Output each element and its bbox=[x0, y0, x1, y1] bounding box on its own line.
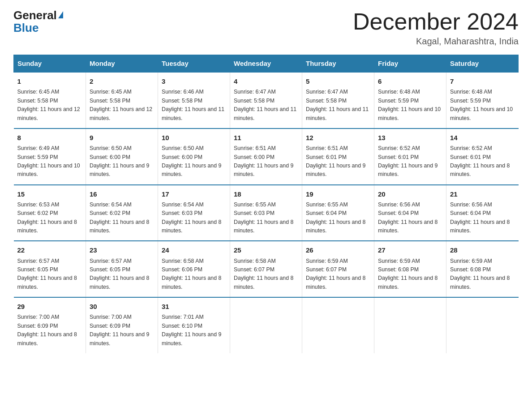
calendar-cell: 3Sunrise: 6:46 AMSunset: 5:58 PMDaylight… bbox=[158, 72, 230, 128]
day-number: 1 bbox=[17, 76, 82, 86]
cell-info: Sunrise: 7:01 AMSunset: 6:10 PMDaylight:… bbox=[162, 314, 221, 346]
day-number: 8 bbox=[17, 133, 82, 143]
cell-info: Sunrise: 6:54 AMSunset: 6:02 PMDaylight:… bbox=[90, 201, 149, 234]
calendar-cell: 24Sunrise: 6:58 AMSunset: 6:06 PMDayligh… bbox=[158, 241, 230, 297]
calendar-header-row: SundayMondayTuesdayWednesdayThursdayFrid… bbox=[14, 55, 519, 73]
day-number: 23 bbox=[90, 245, 154, 255]
calendar-week-row: 8Sunrise: 6:49 AMSunset: 5:59 PMDaylight… bbox=[14, 128, 519, 185]
calendar-cell: 20Sunrise: 6:56 AMSunset: 6:04 PMDayligh… bbox=[374, 185, 446, 241]
logo: General Blue bbox=[13, 9, 63, 35]
calendar-cell: 1Sunrise: 6:45 AMSunset: 5:58 PMDaylight… bbox=[14, 72, 86, 128]
day-number: 18 bbox=[234, 189, 298, 199]
calendar-cell: 2Sunrise: 6:45 AMSunset: 5:58 PMDaylight… bbox=[86, 72, 158, 128]
cell-info: Sunrise: 6:54 AMSunset: 6:03 PMDaylight:… bbox=[162, 201, 221, 234]
day-number: 6 bbox=[378, 76, 442, 86]
title-block: December 2024 Kagal, Maharashtra, India bbox=[353, 9, 519, 47]
location: Kagal, Maharashtra, India bbox=[353, 36, 519, 47]
cell-info: Sunrise: 6:58 AMSunset: 6:06 PMDaylight:… bbox=[162, 258, 221, 290]
calendar-cell: 21Sunrise: 6:56 AMSunset: 6:04 PMDayligh… bbox=[446, 185, 519, 241]
logo-triangle-icon bbox=[58, 11, 63, 18]
calendar-cell: 13Sunrise: 6:52 AMSunset: 6:01 PMDayligh… bbox=[374, 128, 446, 185]
cell-info: Sunrise: 6:45 AMSunset: 5:58 PMDaylight:… bbox=[90, 89, 152, 121]
cell-info: Sunrise: 6:59 AMSunset: 6:08 PMDaylight:… bbox=[378, 258, 438, 290]
calendar-week-row: 1Sunrise: 6:45 AMSunset: 5:58 PMDaylight… bbox=[14, 72, 519, 128]
calendar-cell bbox=[302, 297, 374, 353]
day-number: 20 bbox=[378, 189, 442, 199]
cell-info: Sunrise: 6:45 AMSunset: 5:58 PMDaylight:… bbox=[17, 89, 80, 121]
calendar-cell: 22Sunrise: 6:57 AMSunset: 6:05 PMDayligh… bbox=[14, 241, 86, 297]
calendar-cell: 25Sunrise: 6:58 AMSunset: 6:07 PMDayligh… bbox=[230, 241, 302, 297]
day-number: 28 bbox=[450, 245, 515, 255]
day-number: 25 bbox=[234, 245, 298, 255]
cell-info: Sunrise: 6:56 AMSunset: 6:04 PMDaylight:… bbox=[378, 201, 438, 234]
cell-info: Sunrise: 6:53 AMSunset: 6:02 PMDaylight:… bbox=[17, 201, 77, 234]
calendar-cell: 15Sunrise: 6:53 AMSunset: 6:02 PMDayligh… bbox=[14, 185, 86, 241]
header-wednesday: Wednesday bbox=[230, 55, 302, 73]
day-number: 27 bbox=[378, 245, 442, 255]
header-monday: Monday bbox=[86, 55, 158, 73]
header-tuesday: Tuesday bbox=[158, 55, 230, 73]
calendar-cell: 12Sunrise: 6:51 AMSunset: 6:01 PMDayligh… bbox=[302, 128, 374, 185]
calendar-cell: 10Sunrise: 6:50 AMSunset: 6:00 PMDayligh… bbox=[158, 128, 230, 185]
cell-info: Sunrise: 6:58 AMSunset: 6:07 PMDaylight:… bbox=[234, 258, 293, 290]
cell-info: Sunrise: 6:52 AMSunset: 6:01 PMDaylight:… bbox=[450, 145, 510, 177]
cell-info: Sunrise: 7:00 AMSunset: 6:09 PMDaylight:… bbox=[90, 314, 149, 346]
day-number: 17 bbox=[162, 189, 226, 199]
calendar-cell: 19Sunrise: 6:55 AMSunset: 6:04 PMDayligh… bbox=[302, 185, 374, 241]
cell-info: Sunrise: 6:48 AMSunset: 5:59 PMDaylight:… bbox=[450, 89, 513, 121]
calendar-cell bbox=[230, 297, 302, 353]
day-number: 12 bbox=[306, 133, 370, 143]
day-number: 5 bbox=[306, 76, 370, 86]
cell-info: Sunrise: 6:47 AMSunset: 5:58 PMDaylight:… bbox=[306, 89, 369, 121]
day-number: 21 bbox=[450, 189, 515, 199]
day-number: 13 bbox=[378, 133, 442, 143]
calendar-table: SundayMondayTuesdayWednesdayThursdayFrid… bbox=[13, 55, 519, 353]
cell-info: Sunrise: 6:51 AMSunset: 6:01 PMDaylight:… bbox=[306, 145, 365, 177]
calendar-cell: 9Sunrise: 6:50 AMSunset: 6:00 PMDaylight… bbox=[86, 128, 158, 185]
cell-info: Sunrise: 6:51 AMSunset: 6:00 PMDaylight:… bbox=[234, 145, 293, 177]
day-number: 29 bbox=[17, 301, 82, 312]
header-saturday: Saturday bbox=[446, 55, 519, 73]
day-number: 3 bbox=[162, 76, 226, 86]
day-number: 31 bbox=[162, 301, 226, 312]
cell-info: Sunrise: 6:50 AMSunset: 6:00 PMDaylight:… bbox=[90, 145, 149, 177]
calendar-cell: 17Sunrise: 6:54 AMSunset: 6:03 PMDayligh… bbox=[158, 185, 230, 241]
calendar-cell: 7Sunrise: 6:48 AMSunset: 5:59 PMDaylight… bbox=[446, 72, 519, 128]
day-number: 7 bbox=[450, 76, 515, 86]
calendar-week-row: 22Sunrise: 6:57 AMSunset: 6:05 PMDayligh… bbox=[14, 241, 519, 297]
calendar-cell: 4Sunrise: 6:47 AMSunset: 5:58 PMDaylight… bbox=[230, 72, 302, 128]
logo-blue: Blue bbox=[13, 21, 39, 35]
day-number: 16 bbox=[90, 189, 154, 199]
calendar-cell: 16Sunrise: 6:54 AMSunset: 6:02 PMDayligh… bbox=[86, 185, 158, 241]
calendar-cell bbox=[374, 297, 446, 353]
day-number: 9 bbox=[90, 133, 154, 143]
calendar-cell: 11Sunrise: 6:51 AMSunset: 6:00 PMDayligh… bbox=[230, 128, 302, 185]
calendar-week-row: 15Sunrise: 6:53 AMSunset: 6:02 PMDayligh… bbox=[14, 185, 519, 241]
cell-info: Sunrise: 7:00 AMSunset: 6:09 PMDaylight:… bbox=[17, 314, 77, 346]
day-number: 4 bbox=[234, 76, 298, 86]
cell-info: Sunrise: 6:47 AMSunset: 5:58 PMDaylight:… bbox=[234, 89, 296, 121]
cell-info: Sunrise: 6:57 AMSunset: 6:05 PMDaylight:… bbox=[17, 258, 77, 290]
day-number: 10 bbox=[162, 133, 226, 143]
calendar-cell: 18Sunrise: 6:55 AMSunset: 6:03 PMDayligh… bbox=[230, 185, 302, 241]
calendar-cell: 5Sunrise: 6:47 AMSunset: 5:58 PMDaylight… bbox=[302, 72, 374, 128]
day-number: 19 bbox=[306, 189, 370, 199]
calendar-cell: 30Sunrise: 7:00 AMSunset: 6:09 PMDayligh… bbox=[86, 297, 158, 353]
cell-info: Sunrise: 6:59 AMSunset: 6:08 PMDaylight:… bbox=[450, 258, 510, 290]
calendar-cell: 29Sunrise: 7:00 AMSunset: 6:09 PMDayligh… bbox=[14, 297, 86, 353]
header-thursday: Thursday bbox=[302, 55, 374, 73]
day-number: 11 bbox=[234, 133, 298, 143]
cell-info: Sunrise: 6:56 AMSunset: 6:04 PMDaylight:… bbox=[450, 201, 510, 234]
cell-info: Sunrise: 6:59 AMSunset: 6:07 PMDaylight:… bbox=[306, 258, 365, 290]
calendar-cell: 31Sunrise: 7:01 AMSunset: 6:10 PMDayligh… bbox=[158, 297, 230, 353]
cell-info: Sunrise: 6:49 AMSunset: 5:59 PMDaylight:… bbox=[17, 145, 80, 177]
calendar-cell: 23Sunrise: 6:57 AMSunset: 6:05 PMDayligh… bbox=[86, 241, 158, 297]
cell-info: Sunrise: 6:46 AMSunset: 5:58 PMDaylight:… bbox=[162, 89, 224, 121]
page-header: General Blue December 2024 Kagal, Mahara… bbox=[13, 9, 519, 47]
cell-info: Sunrise: 6:48 AMSunset: 5:59 PMDaylight:… bbox=[378, 89, 441, 121]
header-friday: Friday bbox=[374, 55, 446, 73]
cell-info: Sunrise: 6:50 AMSunset: 6:00 PMDaylight:… bbox=[162, 145, 221, 177]
day-number: 15 bbox=[17, 189, 82, 199]
day-number: 22 bbox=[17, 245, 82, 255]
cell-info: Sunrise: 6:52 AMSunset: 6:01 PMDaylight:… bbox=[378, 145, 438, 177]
